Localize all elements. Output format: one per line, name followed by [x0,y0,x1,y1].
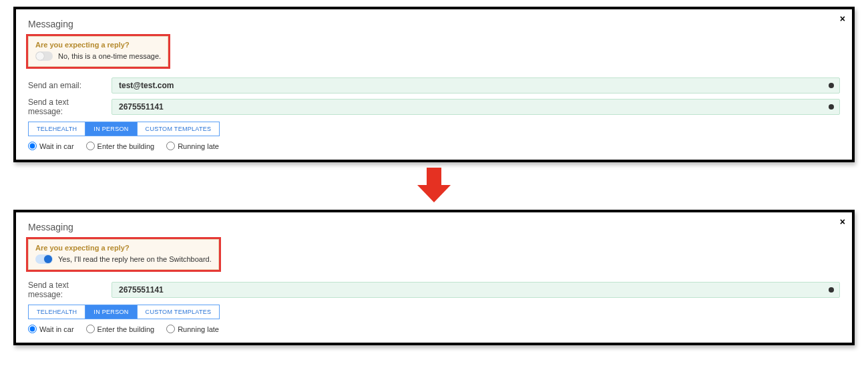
radio-running-late[interactable]: Running late [166,325,219,333]
text-row: Send a text message: [28,98,840,116]
radio-wait-in-car[interactable]: Wait in car [28,142,74,150]
close-icon[interactable]: × [840,216,845,227]
radio-running-late[interactable]: Running late [166,142,219,150]
radio-options: Wait in car Enter the building Running l… [28,142,840,150]
arrow-down-icon [417,168,451,204]
template-tabs: TELEHEALTH IN PERSON CUSTOM TEMPLATES [28,305,840,319]
transition-arrow [13,168,855,204]
text-input[interactable] [118,102,829,112]
reply-toggle[interactable] [35,254,53,264]
email-action-icon[interactable] [829,83,834,88]
messaging-panel-before: × Messaging Are you expecting a reply? N… [13,7,855,162]
radio-wait-in-car[interactable]: Wait in car [28,325,74,333]
panel-title: Messaging [28,222,840,232]
reply-box: Are you expecting a reply? No, this is a… [28,36,168,67]
text-action-icon[interactable] [829,104,834,110]
panel-title: Messaging [28,19,840,29]
reply-question: Are you expecting a reply? [35,41,161,49]
email-label: Send an email: [28,81,105,90]
reply-answer: No, this is a one-time message. [58,52,161,60]
email-input-wrap [112,77,840,94]
reply-box: Are you expecting a reply? Yes, I'll rea… [28,239,219,270]
text-input[interactable] [118,285,829,295]
radio-options: Wait in car Enter the building Running l… [28,325,840,333]
template-tabs: TELEHEALTH IN PERSON CUSTOM TEMPLATES [28,122,840,136]
tab-in-person[interactable]: IN PERSON [85,305,137,319]
close-icon[interactable]: × [840,13,845,24]
text-label: Send a text message: [28,98,105,116]
reply-toggle[interactable] [35,51,53,61]
tab-in-person[interactable]: IN PERSON [85,122,137,136]
tab-custom-templates[interactable]: CUSTOM TEMPLATES [138,305,220,319]
text-row: Send a text message: [28,281,840,299]
tab-telehealth[interactable]: TELEHEALTH [28,122,85,136]
email-input[interactable] [118,80,829,91]
reply-answer: Yes, I'll read the reply here on the Swi… [58,255,212,263]
radio-enter-building[interactable]: Enter the building [86,325,155,333]
text-input-wrap [112,99,840,115]
tab-custom-templates[interactable]: CUSTOM TEMPLATES [138,122,220,136]
tab-telehealth[interactable]: TELEHEALTH [28,305,85,319]
text-action-icon[interactable] [829,287,834,293]
text-label: Send a text message: [28,281,105,299]
email-row: Send an email: [28,77,840,94]
radio-enter-building[interactable]: Enter the building [86,142,155,150]
reply-question: Are you expecting a reply? [35,244,212,252]
messaging-panel-after: × Messaging Are you expecting a reply? Y… [13,210,855,345]
text-input-wrap [112,282,840,298]
